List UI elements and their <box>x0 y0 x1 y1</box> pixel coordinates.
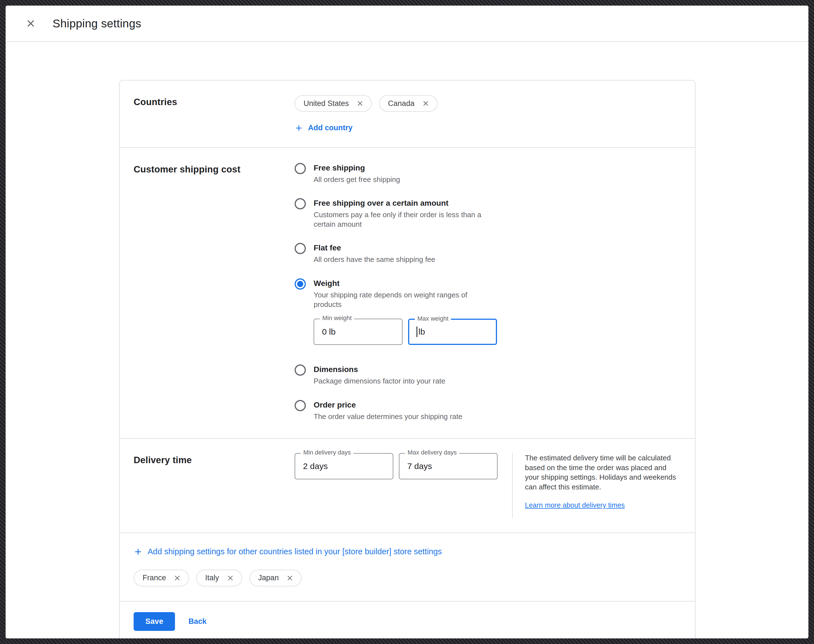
back-button[interactable]: Back <box>189 617 207 626</box>
dialog-footer: Save Back <box>120 601 695 639</box>
other-countries-chip-row: France Italy Japan <box>133 570 681 586</box>
delivery-time-section: Delivery time Min delivery days 2 days M… <box>120 439 695 533</box>
country-chip-italy[interactable]: Italy <box>196 570 242 586</box>
radio-option-free-over-amount[interactable]: Free shipping over a certain amount Cust… <box>294 198 681 229</box>
dialog-header: Shipping settings <box>6 6 808 42</box>
max-delivery-days-label: Max delivery days <box>405 449 459 456</box>
weight-fields-row: Min weight 0 lb Max weight lb <box>314 319 497 345</box>
radio-button-icon[interactable] <box>294 400 306 411</box>
min-delivery-days-value: 2 days <box>303 462 328 471</box>
add-country-button[interactable]: Add country <box>294 124 353 132</box>
option-title: Free shipping over a certain amount <box>314 198 495 209</box>
radio-button-icon[interactable] <box>294 243 306 254</box>
radio-option-order-price[interactable]: Order price The order value determines y… <box>294 399 681 421</box>
country-chip-japan[interactable]: Japan <box>249 570 302 586</box>
chip-label: France <box>143 573 166 582</box>
radio-button-icon[interactable] <box>294 278 306 290</box>
vertical-divider <box>512 453 513 518</box>
option-title: Order price <box>314 399 462 411</box>
add-country-label: Add country <box>308 124 353 132</box>
option-title: Flat fee <box>314 242 435 253</box>
delivery-fields-row: Min delivery days 2 days Max delivery da… <box>294 453 498 479</box>
remove-country-icon[interactable] <box>356 100 364 107</box>
shipping-cost-section: Customer shipping cost Free shipping All… <box>120 148 695 439</box>
option-description: Your shipping rate depends on weight ran… <box>314 290 495 310</box>
remove-country-icon[interactable] <box>227 574 234 582</box>
radio-option-weight[interactable]: Weight Your shipping rate depends on wei… <box>294 278 681 351</box>
country-chip-canada[interactable]: Canada <box>379 95 437 112</box>
chip-label: United States <box>304 99 349 108</box>
plus-icon <box>133 547 143 556</box>
delivery-time-note: The estimated delivery time will be calc… <box>525 453 678 492</box>
min-delivery-days-field[interactable]: Min delivery days 2 days <box>294 453 393 479</box>
country-chip-united-states[interactable]: United States <box>294 95 372 112</box>
max-delivery-days-value: 7 days <box>407 462 432 471</box>
remove-country-icon[interactable] <box>286 574 294 582</box>
option-description: All orders have the same shipping fee <box>314 255 435 264</box>
radio-button-icon[interactable] <box>294 365 306 376</box>
chip-label: Canada <box>388 99 415 108</box>
shipping-settings-dialog: Shipping settings Countries United State… <box>6 6 808 638</box>
radio-option-dimensions[interactable]: Dimensions Package dimensions factor int… <box>294 364 681 386</box>
delivery-time-label: Delivery time <box>133 453 294 518</box>
add-shipping-settings-button[interactable]: Add shipping settings for other countrie… <box>133 547 442 556</box>
option-description: Customers pay a fee only if their order … <box>314 210 495 229</box>
remove-country-icon[interactable] <box>173 574 181 582</box>
radio-button-icon[interactable] <box>294 198 306 209</box>
option-description: All orders get free shipping <box>314 175 400 184</box>
min-weight-field-label: Min weight <box>320 314 354 322</box>
settings-card: Countries United States Canada <box>119 80 696 638</box>
text-cursor <box>417 327 417 337</box>
max-delivery-days-field[interactable]: Max delivery days 7 days <box>399 453 498 479</box>
min-weight-field-value: 0 lb <box>322 327 336 337</box>
chip-label: Italy <box>205 573 219 582</box>
add-shipping-settings-label: Add shipping settings for other countrie… <box>147 547 442 556</box>
min-weight-field[interactable]: Min weight 0 lb <box>314 319 403 345</box>
close-button[interactable] <box>22 15 39 32</box>
close-icon <box>25 18 36 29</box>
max-weight-field-label: Max weight <box>415 315 451 322</box>
screenshot-frame: Shipping settings Countries United State… <box>0 0 814 644</box>
option-title: Free shipping <box>314 163 400 173</box>
save-button[interactable]: Save <box>133 612 175 631</box>
max-weight-field[interactable]: Max weight lb <box>408 319 497 345</box>
min-delivery-days-label: Min delivery days <box>301 449 353 456</box>
countries-chip-row: United States Canada <box>294 95 681 112</box>
delivery-times-learn-more-link[interactable]: Learn more about delivery times <box>525 501 625 509</box>
country-chip-france[interactable]: France <box>133 570 189 586</box>
option-title: Dimensions <box>314 364 445 375</box>
radio-button-icon[interactable] <box>294 163 306 174</box>
radio-option-flat-fee[interactable]: Flat fee All orders have the same shippi… <box>294 242 681 264</box>
plus-icon <box>294 124 303 132</box>
page-title: Shipping settings <box>52 17 141 30</box>
chip-label: Japan <box>258 573 279 582</box>
countries-section: Countries United States Canada <box>120 81 695 148</box>
radio-option-free-shipping[interactable]: Free shipping All orders get free shippi… <box>294 163 681 184</box>
max-weight-field-value: lb <box>418 327 425 337</box>
remove-country-icon[interactable] <box>422 100 430 107</box>
other-countries-section: Add shipping settings for other countrie… <box>120 533 695 601</box>
option-description: Package dimensions factor into your rate <box>314 376 445 386</box>
option-description: The order value determines your shipping… <box>314 412 462 421</box>
option-title: Weight <box>314 278 497 289</box>
countries-label: Countries <box>133 95 294 133</box>
shipping-cost-label: Customer shipping cost <box>133 163 294 424</box>
